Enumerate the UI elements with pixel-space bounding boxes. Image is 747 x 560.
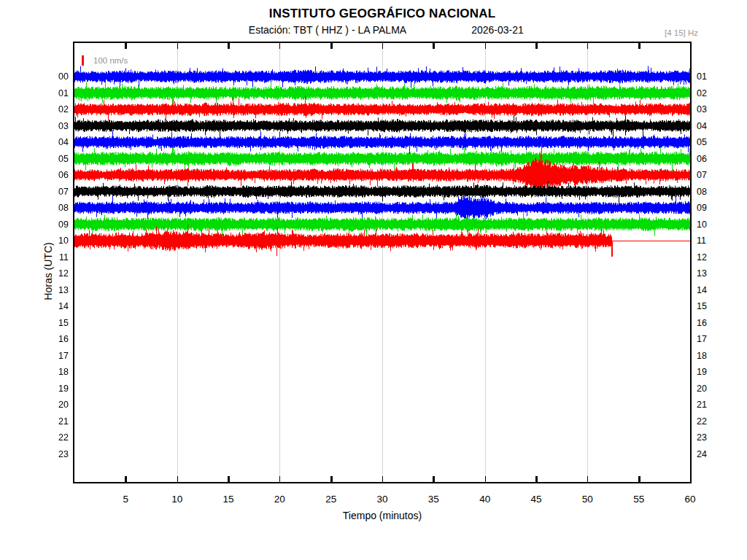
x-tick-label: 45 <box>520 494 552 505</box>
hour-label-right: 07 <box>697 169 723 181</box>
hour-label-left: 02 <box>42 104 69 115</box>
x-tick-label: 30 <box>366 494 398 505</box>
hour-label-left: 20 <box>42 399 69 411</box>
x-tick-label: 35 <box>417 494 449 505</box>
x-tick-label: 60 <box>674 494 706 505</box>
hour-label-right: 01 <box>697 71 723 82</box>
hour-label-left: 11 <box>42 252 69 263</box>
hour-label-left: 23 <box>42 448 69 460</box>
hour-label-right: 23 <box>697 432 723 443</box>
helicorder-figure: INSTITUTO GEOGRÁFICO NACIONAL Estación: … <box>0 0 747 560</box>
amplitude-scale-label: 100 nm/s <box>93 56 128 65</box>
hour-label-right: 22 <box>697 416 723 427</box>
date-label: 2026-03-21 <box>471 24 524 36</box>
x-tick-label: 50 <box>571 494 603 505</box>
hour-label-right: 13 <box>697 268 723 279</box>
hour-label-right: 16 <box>697 317 723 329</box>
hour-label-left: 04 <box>42 136 69 148</box>
seismogram-canvas <box>74 43 690 482</box>
x-tick-label: 25 <box>315 494 347 505</box>
station-label: Estación: TBT ( HHZ ) - LA PALMA <box>249 24 406 36</box>
hour-label-left: 13 <box>42 284 69 296</box>
x-tick-label: 10 <box>161 494 193 505</box>
hour-label-right: 09 <box>697 202 723 214</box>
hour-label-left: 18 <box>42 366 69 378</box>
hour-label-left: 12 <box>42 268 69 279</box>
hour-label-right: 10 <box>697 219 723 230</box>
amplitude-scale-bar <box>82 55 84 66</box>
hour-label-left: 17 <box>42 350 69 362</box>
hour-label-right: 05 <box>697 136 723 148</box>
hour-label-left: 00 <box>42 71 69 82</box>
hour-label-right: 02 <box>697 88 723 99</box>
hour-label-left: 09 <box>42 219 69 230</box>
hour-label-left: 05 <box>42 153 69 165</box>
hour-label-left: 01 <box>42 88 69 99</box>
hour-label-right: 24 <box>697 448 723 460</box>
hour-label-right: 03 <box>697 104 723 115</box>
hour-label-right: 17 <box>697 333 723 345</box>
hour-label-left: 16 <box>42 333 69 345</box>
hour-label-right: 21 <box>697 399 723 411</box>
hour-label-right: 18 <box>697 350 723 362</box>
hour-label-right: 14 <box>697 284 723 296</box>
page-title: INSTITUTO GEOGRÁFICO NACIONAL <box>269 7 496 21</box>
hour-label-right: 19 <box>697 366 723 378</box>
hour-label-right: 12 <box>697 252 723 263</box>
hour-label-left: 19 <box>42 383 69 394</box>
hour-label-left: 22 <box>42 432 69 443</box>
hour-label-right: 08 <box>697 186 723 198</box>
hour-label-right: 04 <box>697 120 723 132</box>
hour-label-left: 07 <box>42 186 69 198</box>
plot-area: 100 nm/s <box>73 42 692 483</box>
hour-label-right: 15 <box>697 300 723 312</box>
hour-label-right: 20 <box>697 383 723 394</box>
hour-label-left: 08 <box>42 202 69 214</box>
x-tick-label: 40 <box>469 494 501 505</box>
hour-label-left: 15 <box>42 317 69 329</box>
hour-label-right: 06 <box>697 153 723 165</box>
x-tick-label: 5 <box>109 494 142 505</box>
hour-label-left: 21 <box>42 416 69 427</box>
hour-label-left: 03 <box>42 120 69 132</box>
hour-label-left: 06 <box>42 169 69 181</box>
x-axis-title: Tiempo (minutos) <box>287 510 477 521</box>
hour-label-right: 11 <box>697 235 723 246</box>
x-tick-label: 15 <box>212 494 244 505</box>
hour-label-left: 10 <box>42 235 69 246</box>
x-tick-label: 55 <box>623 494 655 505</box>
hour-label-left: 14 <box>42 300 69 312</box>
filter-band-label: [4 15] Hz <box>665 28 698 37</box>
x-tick-label: 20 <box>263 494 295 505</box>
